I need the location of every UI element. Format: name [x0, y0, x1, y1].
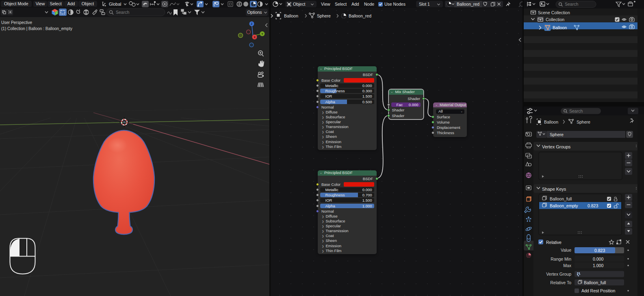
svg-text:Balloon: Balloon [544, 120, 558, 124]
svg-text:Global: Global [109, 2, 121, 7]
svg-text:Sphere: Sphere [317, 13, 331, 18]
svg-text:Balloon: Balloon [553, 25, 567, 30]
svg-text:Sphere: Sphere [550, 132, 564, 137]
svg-text:Y: Y [261, 33, 263, 35]
svg-text:X: X [254, 36, 256, 39]
svg-text:Scene Collection: Scene Collection [538, 10, 570, 15]
svg-text:Balloon_red: Balloon_red [349, 13, 371, 18]
svg-text:Collection: Collection [546, 17, 564, 22]
svg-text:Z: Z [251, 22, 253, 25]
svg-text:Balloon: Balloon [284, 13, 298, 18]
svg-text:Shape Keys: Shape Keys [542, 187, 566, 192]
svg-text:Sphere: Sphere [577, 120, 590, 124]
svg-text:Search: Search [116, 10, 129, 15]
svg-text:Search: Search [565, 2, 578, 7]
svg-text:Search: Search [569, 109, 583, 113]
svg-text:Balloon_red: Balloon_red [457, 2, 479, 7]
svg-text:Vertex Groups: Vertex Groups [542, 144, 571, 149]
